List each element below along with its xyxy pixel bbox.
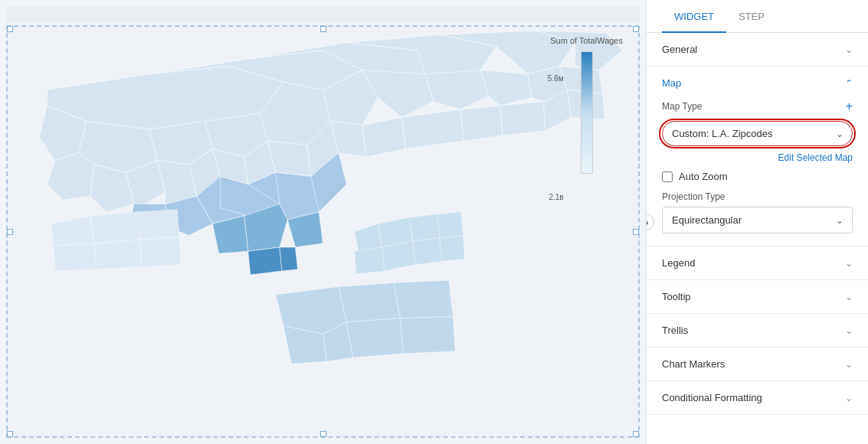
section-map-content: Map Type + Custom: L.A. Zipcodes ⌄ Edit … [647, 100, 868, 246]
section-conditional-formatting-title: Conditional Formatting [662, 392, 762, 403]
resize-handle-ml[interactable] [7, 229, 13, 235]
top-bar [6, 6, 640, 22]
svg-marker-44 [280, 247, 298, 271]
svg-marker-64 [94, 240, 142, 269]
svg-marker-17 [47, 153, 94, 201]
svg-marker-63 [54, 243, 97, 271]
section-map-chevron: ⌃ [845, 78, 853, 89]
section-trellis: Trellis ⌄ [647, 314, 868, 348]
svg-marker-61 [90, 212, 140, 243]
colorbar: Sum of TotalWages 5.6м 2.1в [550, 36, 623, 174]
section-tooltip-title: Tooltip [662, 291, 691, 302]
section-trellis-title: Trellis [662, 325, 688, 336]
section-general-header[interactable]: General ⌄ [647, 33, 868, 66]
svg-marker-52 [440, 236, 465, 262]
section-conditional-formatting-header[interactable]: Conditional Formatting ⌄ [647, 381, 868, 414]
section-tooltip-header[interactable]: Tooltip ⌄ [647, 280, 868, 313]
section-legend-chevron: ⌄ [845, 258, 853, 269]
resize-handle-tm[interactable] [320, 26, 326, 32]
section-chart-markers-header[interactable]: Chart Markers ⌄ [647, 348, 868, 380]
svg-marker-48 [437, 212, 463, 238]
svg-marker-59 [400, 317, 455, 354]
resize-handle-br[interactable] [633, 431, 639, 437]
section-chart-markers: Chart Markers ⌄ [647, 348, 868, 381]
svg-marker-49 [355, 247, 385, 274]
projection-type-select[interactable]: Equirectangular [662, 207, 853, 233]
tab-bar: WIDGET STEP [647, 0, 868, 33]
right-panel: ❯ WIDGET STEP General ⌄ Map ⌃ Map Type + [646, 0, 868, 444]
section-map-header[interactable]: Map ⌃ [647, 67, 868, 100]
colorbar-max-value: 5.6м [548, 74, 564, 83]
section-trellis-header[interactable]: Trellis ⌄ [647, 314, 868, 347]
resize-handle-bl[interactable] [7, 431, 13, 437]
svg-marker-13 [425, 70, 488, 109]
map-type-add-button[interactable]: + [846, 100, 853, 113]
section-map: Map ⌃ Map Type + Custom: L.A. Zipcodes ⌄ [647, 67, 868, 246]
section-general-title: General [662, 44, 697, 55]
section-tooltip-chevron: ⌄ [845, 292, 853, 302]
resize-handle-bm[interactable] [320, 431, 326, 437]
svg-marker-47 [410, 214, 440, 241]
colorbar-min-value: 2.1в [549, 193, 563, 201]
section-legend-header[interactable]: Legend ⌄ [647, 246, 868, 279]
svg-marker-27 [362, 117, 406, 156]
svg-marker-54 [339, 282, 400, 322]
svg-marker-58 [346, 318, 403, 357]
svg-marker-28 [401, 109, 463, 149]
svg-marker-43 [248, 247, 282, 275]
svg-marker-29 [461, 106, 503, 141]
colorbar-gradient [581, 51, 593, 174]
map-panel: Sum of TotalWages 5.6м 2.1в [6, 25, 640, 438]
section-conditional-formatting-chevron: ⌄ [845, 393, 853, 403]
svg-marker-30 [500, 102, 545, 135]
section-conditional-formatting: Conditional Formatting ⌄ [647, 381, 868, 415]
section-tooltip: Tooltip ⌄ [647, 280, 868, 314]
svg-marker-45 [355, 224, 382, 251]
section-general-chevron: ⌄ [845, 44, 853, 55]
auto-zoom-row: Auto Zoom [662, 171, 853, 182]
map-select-wrapper: Custom: L.A. Zipcodes ⌄ [662, 121, 853, 146]
svg-marker-62 [138, 210, 180, 240]
edit-selected-map-link[interactable]: Edit Selected Map [662, 152, 853, 163]
projection-type-section: Projection Type Equirectangular ⌄ [662, 191, 853, 233]
section-chart-markers-chevron: ⌄ [845, 359, 853, 370]
resize-handle-tl[interactable] [7, 26, 13, 32]
projection-type-label: Projection Type [662, 191, 726, 202]
section-legend-title: Legend [662, 257, 695, 269]
tab-step[interactable]: STEP [726, 0, 777, 33]
svg-marker-51 [413, 238, 442, 265]
map-type-row: Map Type + [662, 100, 853, 113]
section-map-title: Map [662, 77, 681, 89]
map-visualization [8, 27, 638, 436]
auto-zoom-label[interactable]: Auto Zoom [679, 171, 728, 182]
section-trellis-chevron: ⌄ [845, 325, 853, 336]
tab-widget[interactable]: WIDGET [662, 0, 726, 33]
section-general: General ⌄ [647, 33, 868, 67]
map-type-label: Map Type [662, 101, 702, 112]
map-type-select[interactable]: Custom: L.A. Zipcodes [662, 121, 853, 146]
svg-marker-14 [480, 70, 532, 106]
section-chart-markers-title: Chart Markers [662, 358, 725, 370]
colorbar-label: Sum of TotalWages [550, 36, 623, 45]
svg-marker-60 [51, 216, 95, 246]
map-area: Sum of TotalWages 5.6м 2.1в [0, 0, 646, 444]
auto-zoom-checkbox[interactable] [662, 171, 673, 182]
resize-handle-tr[interactable] [633, 26, 639, 32]
svg-marker-55 [394, 280, 453, 318]
section-legend: Legend ⌄ [647, 246, 868, 280]
resize-handle-mr[interactable] [633, 229, 639, 235]
svg-marker-65 [140, 237, 181, 267]
projection-type-row: Projection Type [662, 191, 853, 202]
projection-select-wrapper: Equirectangular ⌄ [662, 207, 853, 233]
